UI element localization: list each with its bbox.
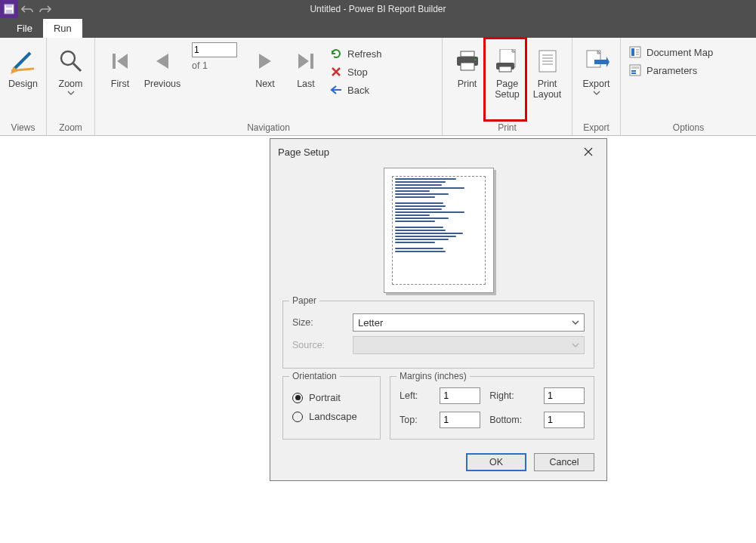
parameters-icon — [628, 63, 642, 77]
group-options: Document Map Parameters Options — [621, 38, 756, 135]
stop-button[interactable]: Stop — [329, 65, 382, 79]
page-setup-dialog: Page Setup — [270, 138, 607, 481]
margin-right-label: Right: — [489, 390, 535, 401]
nav-last-button[interactable]: Last — [285, 42, 326, 89]
group-print: Print Page Setup Print Layout Print — [443, 38, 572, 135]
svg-rect-21 — [631, 48, 634, 56]
svg-rect-6 — [310, 54, 313, 69]
paper-group: Paper Size: Letter Source: — [282, 301, 594, 369]
group-export: Export Export — [572, 38, 621, 135]
page-setup-button[interactable]: Page Setup — [487, 42, 527, 100]
ok-button[interactable]: OK — [466, 453, 526, 471]
undo-button[interactable] — [18, 0, 36, 18]
chevron-down-icon — [67, 91, 75, 95]
orientation-landscape[interactable]: Landscape — [292, 411, 371, 422]
save-icon — [4, 4, 14, 14]
print-layout-icon — [527, 44, 567, 79]
margins-group: Margins (inches) Left: Right: Top: Botto… — [390, 376, 594, 440]
close-icon — [583, 147, 594, 157]
nav-next-button[interactable]: Next — [245, 42, 285, 89]
dialog-title: Page Setup — [278, 147, 578, 158]
nav-actions: Refresh Stop Back — [326, 42, 385, 97]
ribbon: Design Views Zoom Zoom First — [0, 38, 756, 136]
svg-rect-5 — [113, 54, 116, 69]
design-icon — [5, 44, 42, 79]
paper-size-label: Size: — [292, 317, 353, 328]
stop-icon — [329, 65, 343, 79]
group-views: Design Views — [0, 38, 47, 135]
chevron-down-icon — [570, 340, 581, 350]
svg-rect-26 — [631, 66, 639, 69]
nav-page-box: of 1 — [192, 42, 237, 71]
last-icon — [285, 44, 326, 79]
page-number-input[interactable] — [192, 42, 237, 57]
margin-left-label: Left: — [400, 390, 430, 401]
design-button[interactable]: Design — [5, 42, 42, 89]
paper-size-combo[interactable]: Letter — [353, 313, 585, 332]
page-setup-icon — [487, 44, 527, 79]
margin-left-input[interactable] — [440, 387, 480, 404]
svg-rect-1 — [6, 5, 12, 8]
page-of-text: of 1 — [192, 60, 208, 71]
paper-source-label: Source: — [292, 340, 353, 350]
svg-rect-9 — [461, 63, 474, 70]
ribbon-tabs: File Run — [0, 18, 756, 38]
page-preview — [282, 168, 594, 293]
zoom-icon — [51, 44, 90, 79]
svg-rect-7 — [461, 51, 474, 57]
refresh-icon — [329, 47, 343, 60]
first-icon — [100, 44, 140, 79]
print-button[interactable]: Print — [447, 42, 487, 89]
svg-point-4 — [61, 51, 75, 65]
orientation-group: Orientation Portrait Landscape — [282, 376, 381, 440]
margin-top-label: Top: — [400, 415, 430, 425]
save-button[interactable] — [0, 0, 18, 18]
redo-icon — [39, 4, 51, 14]
cancel-button[interactable]: Cancel — [534, 453, 594, 471]
refresh-button[interactable]: Refresh — [329, 47, 382, 60]
document-map-button[interactable]: Document Map — [628, 45, 713, 59]
back-button[interactable]: Back — [329, 83, 382, 97]
next-icon — [245, 44, 285, 79]
quick-access-toolbar — [0, 0, 54, 18]
margin-right-input[interactable] — [544, 387, 585, 404]
print-layout-button[interactable]: Print Layout — [527, 42, 567, 100]
print-icon — [447, 44, 487, 79]
paper-source-combo — [353, 336, 585, 354]
svg-rect-27 — [631, 70, 636, 72]
group-zoom: Zoom Zoom — [47, 38, 95, 135]
margin-bottom-label: Bottom: — [489, 415, 535, 425]
radio-icon — [292, 412, 303, 422]
nav-previous-button[interactable]: Previous — [140, 42, 184, 89]
chevron-down-icon — [570, 317, 581, 328]
orientation-portrait[interactable]: Portrait — [292, 392, 371, 403]
titlebar: Untitled - Power BI Report Builder — [0, 0, 756, 18]
document-map-icon — [628, 45, 642, 59]
parameters-button[interactable]: Parameters — [628, 63, 713, 77]
undo-icon — [21, 4, 33, 14]
previous-icon — [140, 44, 184, 79]
dialog-titlebar: Page Setup — [270, 139, 606, 165]
chevron-down-icon — [593, 91, 600, 95]
svg-rect-2 — [6, 10, 12, 14]
svg-rect-13 — [499, 66, 511, 72]
margin-bottom-input[interactable] — [544, 412, 585, 428]
radio-icon — [292, 393, 303, 403]
tab-run[interactable]: Run — [43, 19, 82, 38]
redo-button[interactable] — [36, 0, 54, 18]
svg-point-10 — [474, 59, 476, 61]
dialog-close-button[interactable] — [578, 141, 599, 162]
export-icon — [577, 44, 616, 79]
margin-top-input[interactable] — [440, 412, 480, 428]
group-navigation: First Previous of 1 Next — [95, 38, 443, 135]
tab-file[interactable]: File — [6, 19, 43, 38]
nav-first-button[interactable]: First — [100, 42, 140, 89]
zoom-button[interactable]: Zoom — [51, 42, 90, 95]
window-title: Untitled - Power BI Report Builder — [54, 4, 702, 14]
back-icon — [329, 83, 343, 97]
svg-rect-28 — [631, 73, 636, 74]
export-button[interactable]: Export — [577, 42, 616, 95]
